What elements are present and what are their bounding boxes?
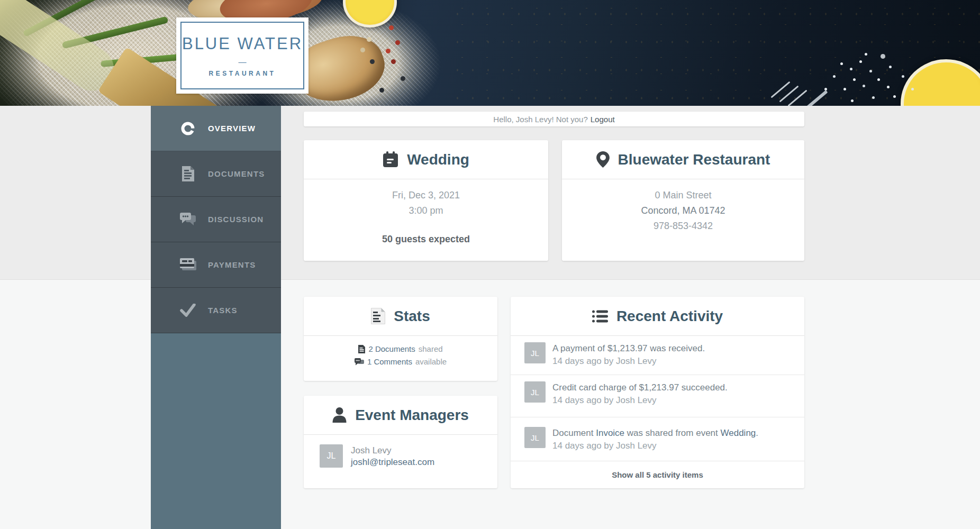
sidebar-item-tasks[interactable]: TASKS [151,288,281,333]
manager-email-link[interactable]: joshl@tripleseat.com [351,457,434,468]
avatar: JL [524,381,546,403]
mini-chat-icon [355,358,364,366]
documents-shared-suffix: shared [419,343,443,355]
venue-title: Bluewater Restaurant [618,151,770,168]
sidebar-item-discussion[interactable]: DISCUSSION [151,197,281,242]
sidebar-filler [151,333,281,529]
calendar-icon [383,151,398,168]
sidebar-item-overview[interactable]: OVERVIEW [151,106,281,151]
greeting-text: Hello, Josh Levy! Not you? [493,115,587,124]
stats-title: Stats [394,308,430,325]
comments-available-suffix: available [415,355,447,368]
show-all-activity-link[interactable]: Show all 5 activity items [511,461,804,488]
venue-phone: 978-853-4342 [562,218,804,234]
avatar: JL [320,444,343,468]
gold-speckles-texture [450,0,980,106]
document-icon [174,166,202,181]
page-icon [371,308,385,324]
venue-address-line1: 0 Main Street [562,188,804,203]
activity-text: A payment of $1,213.97 was received. [552,342,794,355]
map-pin-icon [596,151,610,168]
credit-card-icon [174,258,202,271]
sidebar-item-documents[interactable]: DOCUMENTS [151,151,281,197]
activity-item: JL Document Invoice was shared from even… [511,417,804,461]
managers-title: Event Managers [355,407,469,424]
manager-list-item: JL Josh Levy joshl@tripleseat.com [304,435,497,468]
ring-icon [174,121,202,136]
activity-meta: 14 days ago by Josh Levy [552,394,794,407]
avatar: JL [524,427,546,448]
wedding-link[interactable]: Wedding [721,428,756,438]
header-photo [0,0,980,106]
event-guest-count: 50 guests expected [304,234,548,245]
activity-text: Credit card charge of $1,213.97 succeede… [552,381,794,394]
peppercorns [389,25,394,30]
sidebar-nav: OVERVIEW DOCUMENTS [151,106,281,529]
activity-item: JL A payment of $1,213.97 was received. … [511,336,804,375]
logo-title: BLUE WATER [176,34,308,53]
activity-item: JL Credit card charge of $1,213.97 succe… [511,375,804,417]
activity-text: Document Invoice was shared from event W… [552,427,794,440]
recent-activity-card: Recent Activity JL A payment of $1,213.9… [511,297,804,488]
restaurant-logo: BLUE WATER — RESTAURANT [176,17,308,94]
comments-available-link[interactable]: 1 Comments [367,355,412,368]
list-icon [592,310,608,323]
stats-card: Stats 2 Documents shared [304,297,497,381]
mini-document-icon [358,345,365,353]
venue-card: Bluewater Restaurant 0 Main Street Conco… [562,140,804,261]
invoice-link[interactable]: Invoice [596,428,624,438]
salt-crystals [840,62,843,65]
event-summary-card: Wedding Fri, Dec 3, 2021 3:00 pm 50 gues… [304,140,548,261]
logout-link[interactable]: Logout [591,115,615,124]
event-date: Fri, Dec 3, 2021 [304,188,548,203]
venue-address-line2: Concord, MA 01742 [562,203,804,218]
activity-meta: 14 days ago by Josh Levy [552,355,794,368]
stat-documents-row: 2 Documents shared [304,343,497,355]
documents-shared-link[interactable]: 2 Documents [368,343,415,355]
logo-dash: — [176,57,308,66]
checkmark-icon [174,304,202,317]
chat-bubbles-icon [174,213,202,226]
event-title: Wedding [407,151,469,168]
activity-title: Recent Activity [616,308,723,325]
avatar: JL [524,342,546,363]
logo-subtitle: RESTAURANT [176,70,308,77]
greeting-bar: Hello, Josh Levy! Not you? Logout [304,112,804,126]
sidebar-item-payments[interactable]: PAYMENTS [151,242,281,288]
event-time: 3:00 pm [304,203,548,218]
guest-portal-page: BLUE WATER — RESTAURANT OVERVIEW [0,0,980,529]
activity-meta: 14 days ago by Josh Levy [552,440,794,452]
stat-comments-row: 1 Comments available [304,355,497,368]
manager-name: Josh Levy [351,445,434,457]
person-icon [332,407,347,423]
event-managers-card: Event Managers JL Josh Levy joshl@triple… [304,396,497,488]
